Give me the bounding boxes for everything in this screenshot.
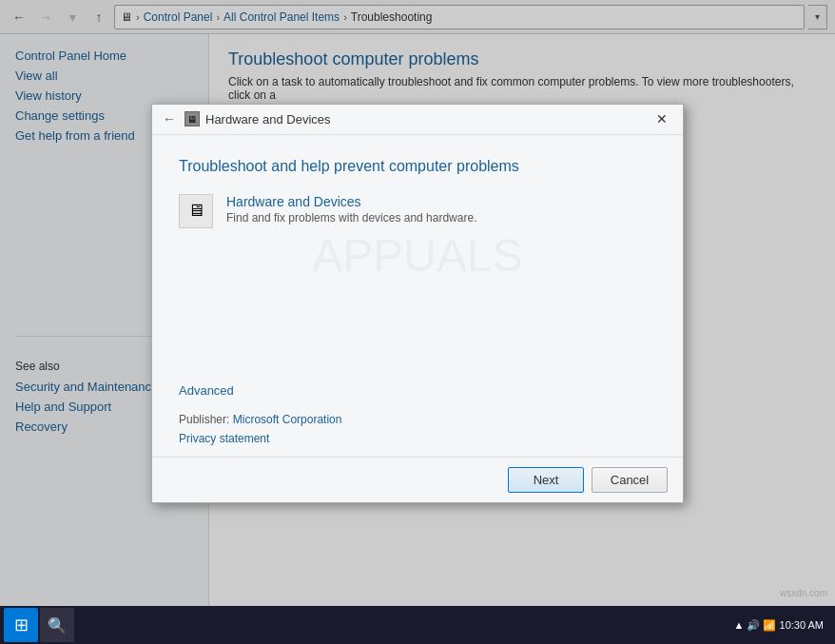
modal-watermark: APPUALS <box>312 229 522 282</box>
next-button[interactable]: Next <box>508 467 584 493</box>
modal-title-text: Hardware and Devices <box>205 112 643 127</box>
modal-dialog: ← 🖥 Hardware and Devices ✕ APPUALS Troub… <box>151 104 684 503</box>
modal-item-icon: 🖥 <box>179 194 213 228</box>
modal-privacy: Privacy statement <box>152 430 683 457</box>
start-icon: ⊞ <box>14 615 29 635</box>
modal-titlebar: ← 🖥 Hardware and Devices ✕ <box>152 105 683 135</box>
modal-title-icon: 🖥 <box>184 111 200 127</box>
advanced-link[interactable]: Advanced <box>179 383 234 398</box>
modal-item-desc: Find and fix problems with devices and h… <box>226 211 476 224</box>
taskbar: ⊞ 🔍 ▲ 🔊 📶 10:30 AM <box>0 606 835 644</box>
modal-close-button[interactable]: ✕ <box>649 108 675 129</box>
modal-actions: Next Cancel <box>152 457 683 502</box>
cancel-button[interactable]: Cancel <box>592 467 668 493</box>
modal-item-title: Hardware and Devices <box>226 194 476 209</box>
modal-overlay: ← 🖥 Hardware and Devices ✕ APPUALS Troub… <box>0 0 835 606</box>
modal-back-button[interactable]: ← <box>160 109 179 128</box>
search-icon: 🔍 <box>48 616 67 634</box>
modal-item: 🖥 Hardware and Devices Find and fix prob… <box>179 194 656 228</box>
modal-publisher: Publisher: Microsoft Corporation <box>152 405 683 430</box>
start-button[interactable]: ⊞ <box>4 608 38 642</box>
modal-section-title: Troubleshoot and help prevent computer p… <box>179 158 656 175</box>
publisher-name[interactable]: Microsoft Corporation <box>233 413 342 426</box>
privacy-statement-link[interactable]: Privacy statement <box>179 432 269 445</box>
modal-body: APPUALS Troubleshoot and help prevent co… <box>152 135 683 376</box>
modal-item-details: Hardware and Devices Find and fix proble… <box>226 194 476 224</box>
search-taskbar-button[interactable]: 🔍 <box>40 608 74 642</box>
modal-footer-links: Advanced <box>152 376 683 405</box>
system-tray: ▲ 🔊 📶 10:30 AM <box>733 619 831 632</box>
